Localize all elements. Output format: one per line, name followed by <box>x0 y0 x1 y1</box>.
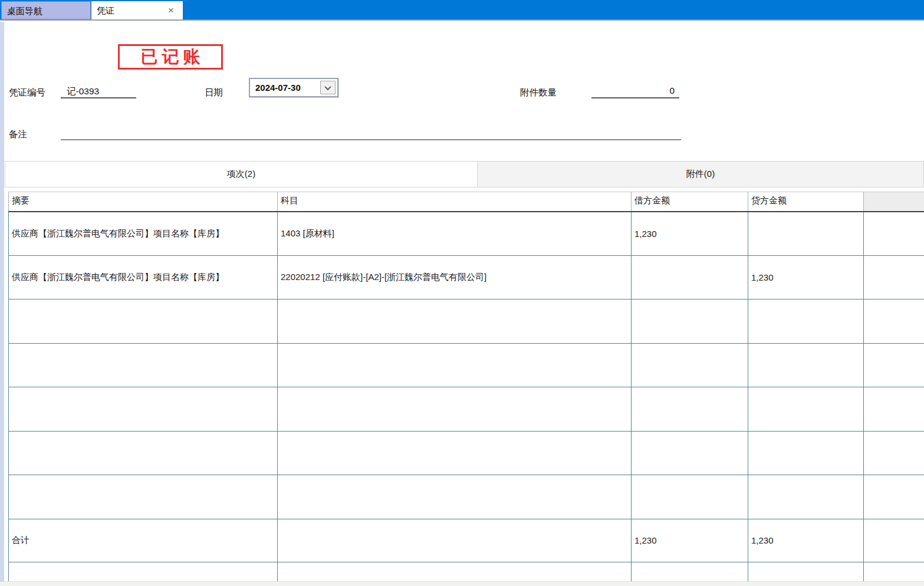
total-row: 合计 1,230 1,230 <box>9 519 924 562</box>
account-cell[interactable] <box>278 343 632 387</box>
debit-cell[interactable] <box>632 562 748 582</box>
summary-cell[interactable] <box>9 299 278 344</box>
row-extra-cell[interactable] <box>864 299 924 344</box>
credit-cell[interactable] <box>748 562 864 582</box>
debit-cell[interactable] <box>632 431 748 475</box>
tab-voucher-label: 凭证 <box>97 5 114 15</box>
voucher-table-header: 摘要 科目 借方金额 贷方金额 <box>9 192 924 212</box>
account-cell[interactable]: 22020212 [应付账款]-[A2]-[浙江魏尔普电气有限公司] <box>278 255 632 299</box>
summary-cell[interactable] <box>9 562 278 582</box>
close-icon[interactable]: × <box>165 1 177 19</box>
section-tab-bar: 项次(2) 附件(0) <box>5 161 924 187</box>
credit-cell[interactable] <box>748 299 864 344</box>
date-label: 日期 <box>205 87 223 99</box>
debit-cell[interactable] <box>632 343 748 387</box>
attachment-count-label: 附件数量 <box>520 87 557 99</box>
summary-cell[interactable]: 供应商【浙江魏尔普电气有限公司】项目名称【库房】 <box>9 255 278 299</box>
total-credit-cell: 1,230 <box>748 519 864 562</box>
row-extra-cell[interactable] <box>864 255 924 299</box>
extra-column-header <box>864 192 924 212</box>
voucher-table-footer: 合计 1,230 1,230 <box>9 519 924 582</box>
posted-stamp-label: 已记账 <box>137 45 205 69</box>
bottom-edge-strip <box>0 581 924 586</box>
account-cell[interactable] <box>278 562 632 582</box>
debit-cell[interactable]: 1,230 <box>632 212 748 256</box>
account-cell[interactable]: 1403 [原材料] <box>278 212 632 256</box>
row-extra-cell[interactable] <box>864 562 924 582</box>
debit-cell[interactable] <box>632 299 748 344</box>
credit-cell[interactable] <box>748 343 864 387</box>
summary-cell[interactable] <box>9 431 278 475</box>
voucher-no-label: 凭证编号 <box>9 87 45 99</box>
summary-cell[interactable] <box>9 475 278 519</box>
tab-line-items-label: 项次(2) <box>227 169 255 180</box>
debit-cell[interactable] <box>632 387 748 432</box>
tab-desktop-navigation-label: 桌面导航 <box>7 6 42 16</box>
trailing-row <box>9 562 924 582</box>
window-left-edge <box>0 22 4 586</box>
account-column-header: 科目 <box>278 192 632 212</box>
summary-cell[interactable] <box>9 387 278 432</box>
credit-cell[interactable] <box>748 475 864 519</box>
remarks-field[interactable] <box>61 128 681 140</box>
credit-cell[interactable] <box>748 431 864 475</box>
table-row <box>9 431 924 475</box>
table-row: 供应商【浙江魏尔普电气有限公司】项目名称【库房】22020212 [应付账款]-… <box>9 255 924 299</box>
total-extra-cell <box>864 519 924 562</box>
credit-cell[interactable] <box>748 212 864 256</box>
tab-attachments[interactable]: 附件(0) <box>478 161 924 187</box>
table-row <box>9 299 924 344</box>
account-cell[interactable] <box>278 431 632 475</box>
tab-voucher[interactable]: 凭证 × <box>91 1 183 19</box>
table-row <box>9 475 924 519</box>
tab-desktop-navigation[interactable]: 桌面导航 <box>1 1 91 19</box>
date-dropdown-button[interactable] <box>320 81 336 94</box>
titlebar: 桌面导航 凭证 × <box>0 0 924 21</box>
debit-cell[interactable] <box>632 255 748 299</box>
voucher-no-field[interactable] <box>61 86 136 98</box>
app-window: 桌面导航 凭证 × 已记账 凭证编号 记-0393 日期 2024-07-30 … <box>0 0 924 586</box>
account-cell[interactable] <box>278 299 632 344</box>
table-row <box>9 387 924 432</box>
total-label-cell: 合计 <box>9 519 278 562</box>
date-picker[interactable]: 2024-07-30 <box>249 78 338 97</box>
summary-column-header: 摘要 <box>9 192 278 212</box>
table-row: 供应商【浙江魏尔普电气有限公司】项目名称【库房】1403 [原材料]1,230 <box>9 212 924 256</box>
debit-column-header: 借方金额 <box>632 192 748 212</box>
account-cell[interactable] <box>278 387 632 432</box>
row-extra-cell[interactable] <box>864 431 924 475</box>
row-extra-cell[interactable] <box>864 343 924 387</box>
debit-cell[interactable] <box>632 475 748 519</box>
credit-cell[interactable] <box>748 387 864 432</box>
account-cell[interactable] <box>278 475 632 519</box>
voucher-table-body: 供应商【浙江魏尔普电气有限公司】项目名称【库房】1403 [原材料]1,230供… <box>9 212 924 519</box>
posted-stamp: 已记账 <box>118 44 223 70</box>
chevron-down-icon <box>324 83 331 90</box>
voucher-table: 摘要 科目 借方金额 贷方金额 供应商【浙江魏尔普电气有限公司】项目名称【库房】… <box>8 192 924 582</box>
summary-cell[interactable]: 供应商【浙江魏尔普电气有限公司】项目名称【库房】 <box>9 212 278 256</box>
summary-cell[interactable] <box>9 343 278 387</box>
row-extra-cell[interactable] <box>864 475 924 519</box>
table-row <box>9 343 924 387</box>
remarks-label: 备注 <box>9 129 27 141</box>
date-picker-value: 2024-07-30 <box>255 79 301 96</box>
row-extra-cell[interactable] <box>864 212 924 256</box>
tab-attachments-label: 附件(0) <box>686 169 715 180</box>
attachment-count-field[interactable] <box>591 86 679 98</box>
credit-column-header: 贷方金额 <box>748 192 864 212</box>
row-extra-cell[interactable] <box>864 387 924 432</box>
credit-cell[interactable]: 1,230 <box>748 255 864 299</box>
total-account-cell <box>278 519 632 562</box>
tab-line-items[interactable]: 项次(2) <box>5 161 478 187</box>
total-debit-cell: 1,230 <box>632 519 748 562</box>
